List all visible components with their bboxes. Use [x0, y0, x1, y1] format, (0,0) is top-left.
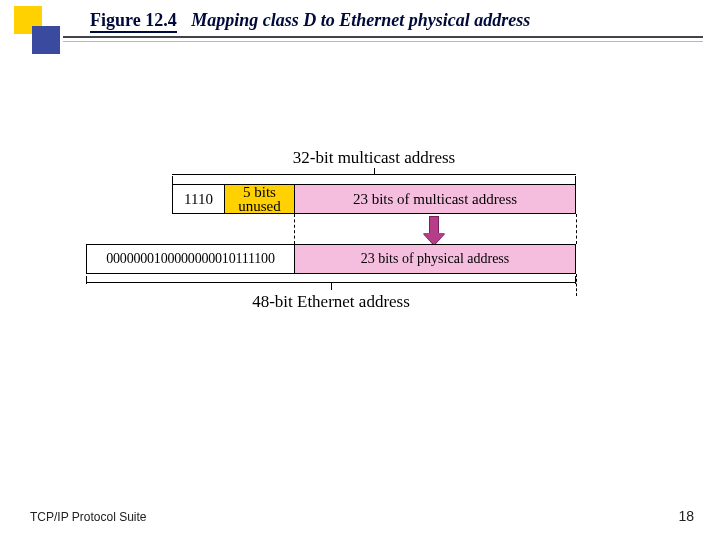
- brace-bottom: [86, 278, 576, 292]
- cell-23bit-physical: 23 bits of physical address: [295, 245, 575, 273]
- cell-23bit-multicast: 23 bits of multicast address: [295, 185, 575, 213]
- slide-title: Figure 12.4 Mapping class D to Ethernet …: [90, 10, 530, 31]
- title-rule-light: [63, 41, 703, 42]
- dashed-guide-left: [294, 214, 295, 244]
- footer-source: TCP/IP Protocol Suite: [30, 510, 147, 524]
- dashed-guide-right-top: [576, 214, 577, 244]
- dashed-guide-right-bottom: [576, 274, 577, 296]
- label-32bit: 32-bit multicast address: [172, 148, 576, 168]
- decor-square-blue: [32, 26, 60, 54]
- mapping-arrow-icon: [426, 216, 442, 244]
- page-number: 18: [678, 508, 694, 524]
- figure-number: Figure 12.4: [90, 10, 177, 33]
- label-48bit: 48-bit Ethernet address: [86, 292, 576, 312]
- cell-ethernet-oui-bits: 0000000100000000010111100: [87, 245, 295, 273]
- row-48bit-address: 0000000100000000010111100 23 bits of phy…: [86, 244, 576, 274]
- title-rule-dark: [63, 36, 703, 38]
- cell-classD-prefix: 1110: [173, 185, 225, 213]
- row-32bit-address: 1110 5 bits unused 23 bits of multicast …: [172, 184, 576, 214]
- figure-caption: Mapping class D to Ethernet physical add…: [191, 10, 530, 30]
- cell-5bits-unused: 5 bits unused: [225, 185, 295, 213]
- brace-top: [172, 168, 576, 182]
